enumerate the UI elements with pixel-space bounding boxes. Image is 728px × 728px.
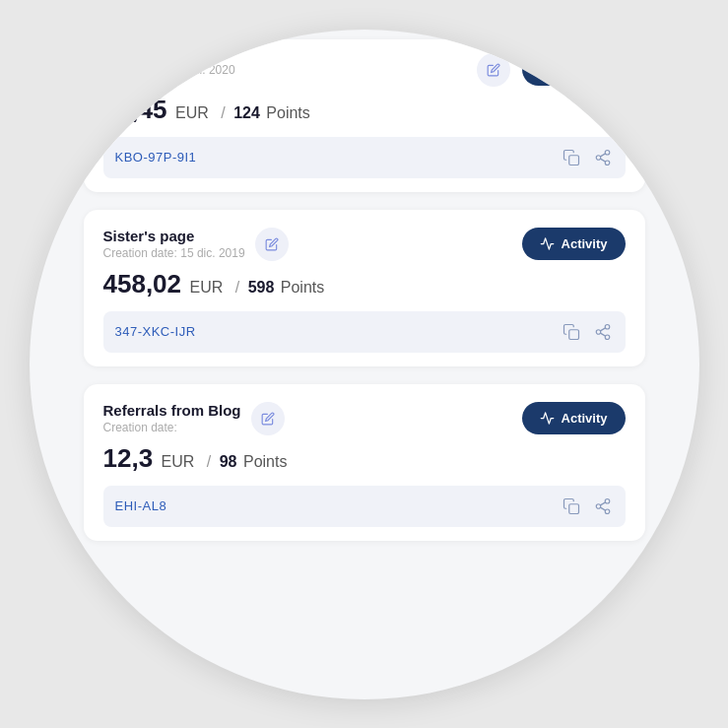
amount-value-partial: 23,45 [103,95,167,124]
activity-button-partial[interactable]: Activity [522,53,626,86]
partial-date: Creation date: 8 jul. 2020 [103,63,235,77]
card-title-referrals: Referrals from Blog [103,402,241,419]
card-header-sisters: Sister's page Creation date: 15 dic. 201… [103,228,626,261]
edit-button-sisters[interactable] [255,228,289,261]
pencil-icon-referrals [261,412,275,426]
svg-line-5 [600,153,605,156]
points-label-sisters: Points [281,279,324,296]
svg-line-10 [600,333,605,336]
title-group-sisters: Sister's page Creation date: 15 dic. 201… [103,228,289,261]
activity-button-sisters[interactable]: Activity [522,228,626,260]
code-row-referrals: EHI-AL8 [103,486,626,527]
points-label-referrals: Points [243,453,287,470]
amount-value-sisters: 458,02 [103,269,182,298]
share-button-referrals[interactable] [592,496,614,517]
points-value-referrals: 98 [220,453,237,470]
currency-sisters: EUR [189,279,223,296]
code-actions-sisters [561,321,614,343]
amount-row-sisters: 458,02 EUR / 598 Points [103,269,626,299]
points-label-partial: Points [266,104,309,121]
code-actions-partial [561,147,614,168]
chart-icon-sisters [540,236,555,251]
share-button-sisters[interactable] [592,321,614,343]
copy-button-referrals[interactable] [561,496,582,517]
currency-partial: EUR [175,104,209,121]
pencil-icon [487,63,500,77]
activity-button-referrals[interactable]: Activity [522,402,626,434]
activity-label-referrals: Activity [562,411,608,426]
card-partial: Creation date: 8 jul. 2020 Activity [84,39,645,192]
code-text-referrals: EHI-AL8 [115,498,551,513]
share-icon-referrals [594,497,612,515]
copy-button-partial[interactable] [561,147,582,168]
edit-button-referrals[interactable] [251,402,285,435]
pencil-icon-sisters [265,237,279,251]
chart-icon-referrals [540,411,555,426]
copy-icon-referrals [563,497,580,515]
points-value-partial: 124 [233,104,260,121]
copy-icon-sisters [563,323,580,341]
copy-button-sisters[interactable] [561,321,582,343]
svg-line-11 [600,327,605,330]
svg-line-16 [600,507,605,510]
code-row-sisters: 347-XKC-IJR [103,311,626,353]
svg-line-17 [600,501,605,504]
code-row-partial: KBO-97P-9I1 [103,137,626,178]
partial-header: Creation date: 8 jul. 2020 Activity [103,53,626,87]
svg-rect-6 [568,329,578,339]
activity-label-partial: Activity [562,62,608,77]
currency-referrals: EUR [162,453,195,470]
card-date-referrals: Creation date: [103,421,241,434]
title-group-referrals: Referrals from Blog Creation date: [103,402,285,435]
code-text-partial: KBO-97P-9I1 [115,150,551,165]
card-header-referrals: Referrals from Blog Creation date: A [103,402,626,435]
card-date-sisters: Creation date: 15 dic. 2019 [103,246,245,260]
scroll-area: Creation date: 8 jul. 2020 Activity [30,30,699,699]
svg-rect-12 [568,503,578,513]
copy-icon [563,149,580,166]
chart-icon [540,62,555,77]
amount-value-referrals: 12,3 [103,443,154,473]
amount-row-partial: 23,45 EUR / 124 Points [103,95,626,125]
code-actions-referrals [561,496,614,517]
code-text-sisters: 347-XKC-IJR [115,324,551,339]
activity-label-sisters: Activity [562,236,608,251]
main-circle: Creation date: 8 jul. 2020 Activity [30,30,699,699]
share-icon-sisters [594,323,612,341]
share-icon [594,149,612,166]
svg-rect-0 [568,155,578,165]
points-value-sisters: 598 [248,279,275,296]
card-title-sisters: Sister's page [103,228,245,244]
title-block-referrals: Referrals from Blog Creation date: [103,402,241,434]
edit-button-partial[interactable] [477,53,510,87]
card-referrals-blog: Referrals from Blog Creation date: A [84,384,645,541]
title-block-sisters: Sister's page Creation date: 15 dic. 201… [103,228,245,260]
amount-row-referrals: 12,3 EUR / 98 Points [103,443,626,474]
svg-line-4 [600,159,605,162]
share-button-partial[interactable] [592,147,614,168]
card-sisters-page: Sister's page Creation date: 15 dic. 201… [84,210,645,366]
